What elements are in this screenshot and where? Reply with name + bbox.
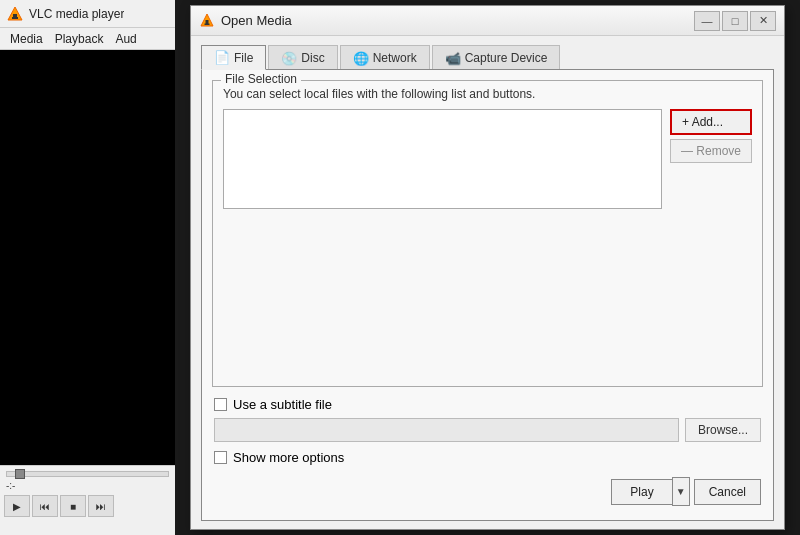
- network-tab-label: Network: [373, 51, 417, 65]
- subtitle-checkbox[interactable]: [214, 398, 227, 411]
- file-tab-icon: 📄: [214, 50, 230, 65]
- dialog-title-icon: [199, 13, 215, 29]
- tab-file-content: File Selection You can select local file…: [201, 69, 774, 521]
- close-button[interactable]: ✕: [750, 11, 776, 31]
- file-description: You can select local files with the foll…: [223, 87, 752, 101]
- capture-tab-label: Capture Device: [465, 51, 548, 65]
- vlc-seek-bar[interactable]: [6, 471, 169, 477]
- file-tab-label: File: [234, 51, 253, 65]
- vlc-titlebar: VLC media player: [0, 0, 175, 28]
- play-button[interactable]: Play: [611, 479, 671, 505]
- tab-capture[interactable]: 📹 Capture Device: [432, 45, 561, 70]
- dialog-content: 📄 File 💿 Disc 🌐 Network 📹 Capture Device…: [191, 36, 784, 529]
- tab-network[interactable]: 🌐 Network: [340, 45, 430, 70]
- add-button[interactable]: + Add...: [670, 109, 752, 135]
- vlc-time-display: -:-: [0, 480, 175, 491]
- dialog-titlebar: Open Media — □ ✕: [191, 6, 784, 36]
- file-selection-group: File Selection You can select local file…: [212, 80, 763, 387]
- dialog-title-text: Open Media: [221, 13, 694, 28]
- capture-tab-icon: 📹: [445, 51, 461, 66]
- stop-button[interactable]: ■: [60, 495, 86, 517]
- disc-tab-label: Disc: [301, 51, 324, 65]
- vlc-playback-buttons: ▶ ⏮ ■ ⏭: [0, 495, 175, 517]
- browse-button[interactable]: Browse...: [685, 418, 761, 442]
- disc-tab-icon: 💿: [281, 51, 297, 66]
- menu-audio[interactable]: Aud: [109, 30, 142, 48]
- tabs-container: 📄 File 💿 Disc 🌐 Network 📹 Capture Device: [201, 44, 774, 69]
- vlc-controls-bar: -:- ▶ ⏮ ■ ⏭: [0, 465, 175, 535]
- play-button-container: Play ▼: [611, 477, 689, 506]
- menu-playback[interactable]: Playback: [49, 30, 110, 48]
- file-list[interactable]: [223, 109, 662, 209]
- svg-rect-5: [205, 23, 210, 25]
- subtitle-input[interactable]: [214, 418, 679, 442]
- svg-rect-2: [12, 17, 18, 19]
- dialog-title-controls: — □ ✕: [694, 11, 776, 31]
- show-more-row: Show more options: [212, 442, 763, 469]
- file-buttons: + Add... — Remove: [670, 109, 752, 209]
- minimize-button[interactable]: —: [694, 11, 720, 31]
- vlc-menubar: Media Playback Aud: [0, 28, 175, 50]
- subtitle-section: Use a subtitle file Browse...: [212, 397, 763, 442]
- tab-file[interactable]: 📄 File: [201, 45, 266, 70]
- subtitle-checkbox-row: Use a subtitle file: [214, 397, 761, 412]
- play-pause-button[interactable]: ▶: [4, 495, 30, 517]
- vlc-player-background: [0, 0, 175, 535]
- show-more-checkbox[interactable]: [214, 451, 227, 464]
- file-area: + Add... — Remove: [223, 109, 752, 209]
- cancel-button[interactable]: Cancel: [694, 479, 761, 505]
- maximize-button[interactable]: □: [722, 11, 748, 31]
- vlc-title: VLC media player: [29, 7, 124, 21]
- show-more-label: Show more options: [233, 450, 344, 465]
- prev-button[interactable]: ⏮: [32, 495, 58, 517]
- network-tab-icon: 🌐: [353, 51, 369, 66]
- tab-disc[interactable]: 💿 Disc: [268, 45, 337, 70]
- file-selection-label: File Selection: [221, 72, 301, 86]
- subtitle-label: Use a subtitle file: [233, 397, 332, 412]
- play-dropdown-button[interactable]: ▼: [672, 477, 690, 506]
- next-button[interactable]: ⏭: [88, 495, 114, 517]
- open-media-dialog: Open Media — □ ✕ 📄 File 💿 Disc 🌐 Network…: [190, 5, 785, 530]
- menu-media[interactable]: Media: [4, 30, 49, 48]
- subtitle-input-row: Browse...: [214, 418, 761, 442]
- remove-button[interactable]: — Remove: [670, 139, 752, 163]
- dialog-footer: Play ▼ Cancel: [212, 469, 763, 510]
- vlc-logo-icon: [6, 5, 24, 23]
- vlc-seek-handle[interactable]: [15, 469, 25, 479]
